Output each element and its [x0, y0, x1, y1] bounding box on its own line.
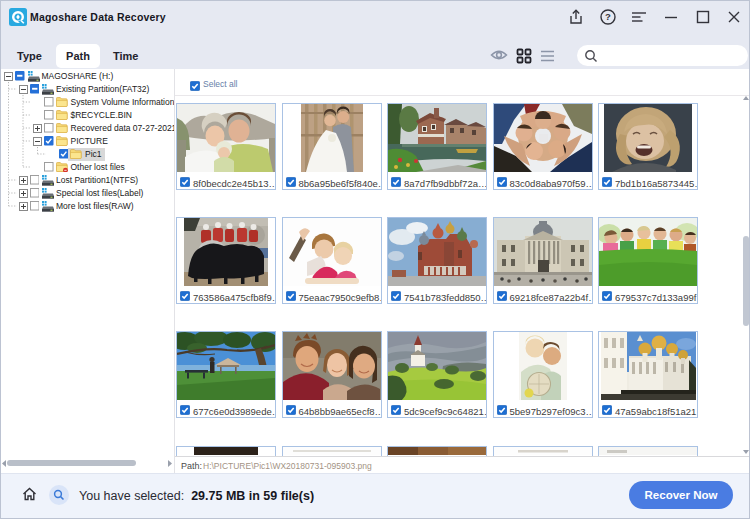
svg-text:?: ? — [605, 11, 611, 22]
